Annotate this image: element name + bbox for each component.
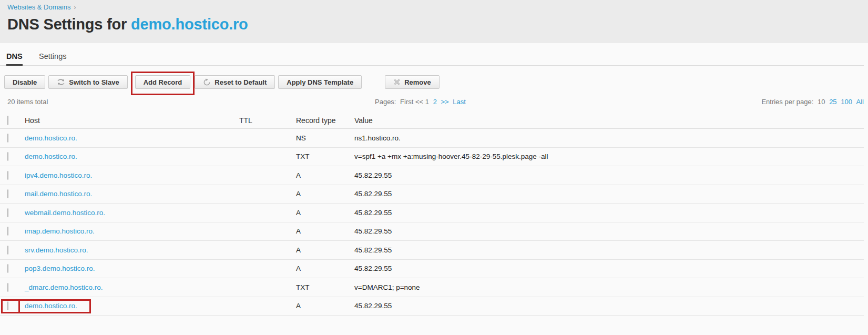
value-cell: 45.82.29.55 — [354, 209, 864, 217]
table-row: _dmarc.demo.hostico.ro. TXT v=DMARC1; p=… — [0, 278, 864, 297]
toolbar: Disable Switch to Slave Add Record Reset… — [0, 75, 868, 91]
host-link[interactable]: mail.demo.hostico.ro. — [25, 190, 92, 198]
swap-icon — [57, 78, 65, 86]
items-total-label: 20 items total — [7, 98, 48, 106]
apply-dns-template-button[interactable]: Apply DNS Template — [278, 75, 362, 89]
record-type-cell: A — [296, 302, 354, 310]
select-all-checkbox[interactable] — [7, 116, 8, 125]
record-type-cell: A — [296, 265, 354, 272]
entries-all[interactable]: All — [856, 98, 864, 106]
host-link[interactable]: demo.hostico.ro. — [25, 302, 77, 310]
switch-to-slave-button[interactable]: Switch to Slave — [48, 75, 127, 89]
table-row: srv.demo.hostico.ro. A 45.82.29.55 — [0, 241, 864, 260]
entries-per-page: Entries per page: 10 25 100 All — [761, 98, 864, 106]
row-checkbox[interactable] — [7, 246, 8, 255]
pagination: Pages: First << 1 2 >> Last — [375, 98, 466, 106]
host-link[interactable]: pop3.demo.hostico.ro. — [25, 265, 95, 272]
host-link[interactable]: webmail.demo.hostico.ro. — [25, 209, 105, 217]
page-title-domain: demo.hostico.ro — [131, 16, 248, 33]
entries-100[interactable]: 100 — [841, 98, 852, 106]
value-cell: 45.82.29.55 — [354, 227, 864, 235]
table-row: imap.demo.hostico.ro. A 45.82.29.55 — [0, 222, 864, 241]
breadcrumb: Websites & Domains› — [7, 3, 861, 12]
value-cell: ns1.hostico.ro. — [354, 134, 864, 142]
host-link[interactable]: imap.demo.hostico.ro. — [25, 227, 95, 235]
value-cell: 45.82.29.55 — [354, 302, 864, 310]
row-checkbox[interactable] — [7, 134, 8, 143]
table-row: pop3.demo.hostico.ro. A 45.82.29.55 — [0, 260, 864, 279]
row-checkbox[interactable] — [7, 283, 8, 292]
add-record-button[interactable]: Add Record — [135, 75, 191, 89]
breadcrumb-websites-domains[interactable]: Websites & Domains — [7, 3, 70, 11]
host-link[interactable]: srv.demo.hostico.ro. — [25, 246, 88, 254]
table-row: mail.demo.hostico.ro. A 45.82.29.55 — [0, 185, 864, 204]
entries-25[interactable]: 25 — [829, 98, 836, 106]
tab-dns[interactable]: DNS — [6, 52, 23, 66]
breadcrumb-separator-icon: › — [74, 4, 76, 11]
column-header-record-type: Record type — [296, 116, 354, 125]
dns-records-table: Host TTL Record type Value demo.hostico.… — [0, 112, 864, 316]
list-info-bar: 20 items total Pages: First << 1 2 >> La… — [0, 98, 868, 107]
record-type-cell: A — [296, 246, 354, 254]
pagination-last[interactable]: Last — [453, 98, 466, 106]
record-type-cell: A — [296, 209, 354, 217]
remove-button[interactable]: Remove — [385, 75, 440, 89]
tab-bar: DNS Settings — [0, 52, 864, 66]
pagination-static: First << 1 — [400, 98, 429, 106]
column-header-host: Host — [25, 116, 239, 125]
record-type-cell: NS — [296, 134, 354, 142]
row-checkbox[interactable] — [7, 227, 8, 236]
value-cell: v=DMARC1; p=none — [354, 283, 864, 291]
value-cell: 45.82.29.55 — [354, 171, 864, 179]
table-row: demo.hostico.ro. A 45.82.29.55 — [0, 297, 864, 316]
table-row: demo.hostico.ro. TXT v=spf1 +a +mx +a:mu… — [0, 148, 864, 167]
disable-button[interactable]: Disable — [4, 75, 45, 89]
pagination-page-2[interactable]: 2 — [433, 98, 437, 106]
row-checkbox[interactable] — [7, 301, 8, 310]
column-header-ttl: TTL — [239, 116, 296, 125]
table-row: ipv4.demo.hostico.ro. A 45.82.29.55 — [0, 166, 864, 185]
host-link[interactable]: ipv4.demo.hostico.ro. — [25, 171, 92, 179]
record-type-cell: TXT — [296, 283, 354, 291]
row-checkbox[interactable] — [7, 171, 8, 180]
add-record-highlight-wrap: Add Record — [135, 75, 191, 89]
host-link[interactable]: demo.hostico.ro. — [25, 153, 77, 160]
reset-to-default-button[interactable]: Reset to Default — [195, 75, 275, 89]
column-header-value: Value — [354, 116, 864, 125]
page-title: DNS Settings for demo.hostico.ro — [7, 14, 861, 35]
host-link[interactable]: demo.hostico.ro. — [25, 134, 77, 142]
entries-current: 10 — [818, 98, 825, 106]
record-type-cell: A — [296, 227, 354, 235]
value-cell: 45.82.29.55 — [354, 246, 864, 254]
cross-icon — [393, 78, 401, 86]
refresh-icon — [203, 78, 211, 86]
row-checkbox[interactable] — [7, 208, 8, 217]
value-cell: 45.82.29.55 — [354, 265, 864, 272]
row-checkbox[interactable] — [7, 152, 8, 161]
row-checkbox[interactable] — [7, 264, 8, 273]
record-type-cell: A — [296, 190, 354, 198]
row-checkbox[interactable] — [7, 189, 8, 198]
host-link[interactable]: _dmarc.demo.hostico.ro. — [25, 283, 103, 291]
pagination-next[interactable]: >> — [441, 98, 449, 106]
value-cell: 45.82.29.55 — [354, 190, 864, 198]
value-cell: v=spf1 +a +mx +a:musing-hoover.45-82-29-… — [354, 153, 864, 160]
record-type-cell: A — [296, 171, 354, 179]
page-header: Websites & Domains› DNS Settings for dem… — [0, 0, 868, 43]
table-header-row: Host TTL Record type Value — [0, 112, 864, 129]
table-row: demo.hostico.ro. NS ns1.hostico.ro. — [0, 129, 864, 148]
record-type-cell: TXT — [296, 153, 354, 160]
table-row: webmail.demo.hostico.ro. A 45.82.29.55 — [0, 204, 864, 222]
tab-settings[interactable]: Settings — [39, 52, 66, 64]
